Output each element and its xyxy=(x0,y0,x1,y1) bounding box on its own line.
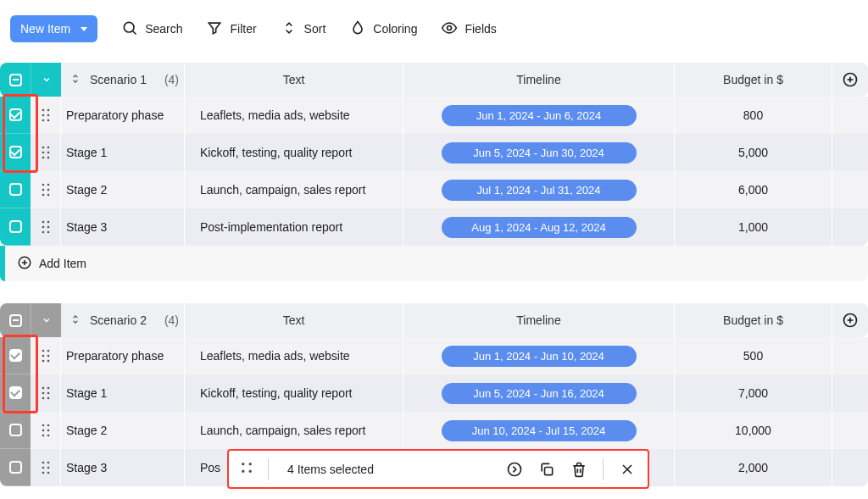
row-name-cell[interactable]: Stage 2 xyxy=(61,171,185,208)
filter-icon xyxy=(206,19,223,39)
svg-point-50 xyxy=(42,430,44,432)
sort-icon xyxy=(281,19,298,39)
group-collapse-toggle[interactable] xyxy=(31,303,61,337)
sort-label: Sort xyxy=(304,22,326,36)
group-header: Scenario 2 (4) Text Timeline Budget in $ xyxy=(0,303,868,337)
row-drag-handle[interactable] xyxy=(31,208,61,246)
row-budget-cell[interactable]: 7,000 xyxy=(675,374,832,412)
group-select-all[interactable] xyxy=(0,303,31,337)
row-checkbox[interactable] xyxy=(0,449,31,486)
row-drag-handle[interactable] xyxy=(31,97,61,134)
row-checkbox[interactable] xyxy=(0,374,31,412)
row-budget-cell[interactable]: 1,000 xyxy=(675,208,832,246)
row-name-cell[interactable]: Preparatory phase xyxy=(61,337,185,374)
selection-toolbar[interactable]: 4 Items selected xyxy=(227,449,649,489)
svg-point-56 xyxy=(42,467,44,469)
add-column-button[interactable] xyxy=(832,303,868,337)
row-name-cell[interactable]: Stage 1 xyxy=(61,374,185,412)
row-name-cell[interactable]: Stage 2 xyxy=(61,412,185,449)
row-text-cell[interactable]: Post-implementation report xyxy=(185,208,403,246)
fields-icon xyxy=(441,19,458,39)
row-checkbox[interactable] xyxy=(0,97,31,134)
svg-point-23 xyxy=(47,194,49,197)
checkbox-icon xyxy=(9,424,22,436)
row-text-cell[interactable]: Leaflets, media ads, website xyxy=(185,97,403,134)
row-timeline-cell[interactable]: Jun 5, 2024 - Jun 16, 2024 xyxy=(403,374,675,412)
row-text-cell[interactable]: Launch, campaign, sales report xyxy=(185,171,403,208)
row-name-cell[interactable]: Stage 3 xyxy=(61,449,185,486)
sort-button[interactable]: Sort xyxy=(281,19,326,39)
row-checkbox[interactable] xyxy=(0,208,31,246)
row-budget-cell[interactable]: 2,000 xyxy=(675,449,832,486)
row-timeline-cell[interactable]: Jun 5, 2024 - Jun 30, 2024 xyxy=(403,134,675,171)
row-checkbox[interactable] xyxy=(0,412,31,449)
new-item-button[interactable]: New Item xyxy=(10,15,97,42)
column-header-text[interactable]: Text xyxy=(185,303,403,337)
timeline-pill: Jun 10, 2024 - Jul 15, 2024 xyxy=(442,420,637,441)
group-title-cell[interactable]: Scenario 2 (4) xyxy=(61,303,185,337)
row-budget-cell[interactable]: 500 xyxy=(675,337,832,374)
fields-button[interactable]: Fields xyxy=(441,19,496,39)
row-timeline-cell[interactable]: Jun 10, 2024 - Jul 15, 2024 xyxy=(403,412,675,449)
row-text-cell[interactable]: Leaflets, media ads, website xyxy=(185,337,403,374)
row-name-cell[interactable]: Stage 3 xyxy=(61,208,185,246)
row-checkbox[interactable] xyxy=(0,171,31,208)
svg-point-25 xyxy=(47,221,49,224)
row-drag-handle[interactable] xyxy=(31,337,61,374)
search-button[interactable]: Search xyxy=(121,19,182,39)
column-header-timeline[interactable]: Timeline xyxy=(403,303,675,337)
row-text-cell[interactable]: Launch, campaign, sales report xyxy=(185,412,403,449)
row-budget-cell[interactable]: 6,000 xyxy=(675,171,832,208)
row-end-cell xyxy=(832,449,868,486)
timeline-pill: Jun 1, 2024 - Jun 6, 2024 xyxy=(442,105,637,126)
filter-button[interactable]: Filter xyxy=(206,19,256,39)
timeline-pill: Jun 1, 2024 - Jun 10, 2024 xyxy=(442,346,637,367)
row-end-cell xyxy=(832,171,868,208)
row-end-cell xyxy=(832,97,868,134)
drag-handle-icon[interactable] xyxy=(241,462,253,476)
checkbox-icon xyxy=(9,183,22,196)
row-budget-cell[interactable]: 10,000 xyxy=(675,412,832,449)
column-header-budget[interactable]: Budget in $ xyxy=(675,303,832,337)
move-to-button[interactable] xyxy=(506,461,523,478)
indeterminate-icon xyxy=(9,74,22,86)
row-drag-handle[interactable] xyxy=(31,449,61,486)
svg-point-18 xyxy=(42,184,44,186)
svg-point-64 xyxy=(509,463,521,475)
row-timeline-cell[interactable]: Aug 1, 2024 - Aug 12, 2024 xyxy=(403,208,675,246)
table-row: Stage 3 Pos 2,000 4 Items selected xyxy=(0,449,868,486)
timeline-pill: Aug 1, 2024 - Aug 12, 2024 xyxy=(442,217,637,238)
row-budget-cell[interactable]: 800 xyxy=(675,97,832,134)
row-name-cell[interactable]: Stage 1 xyxy=(61,134,185,171)
svg-point-48 xyxy=(42,424,44,427)
row-timeline-cell[interactable]: Jun 1, 2024 - Jun 10, 2024 xyxy=(403,337,675,374)
group-select-all[interactable] xyxy=(0,63,31,97)
svg-point-58 xyxy=(42,472,44,474)
row-drag-handle[interactable] xyxy=(31,171,61,208)
group-collapse-toggle[interactable] xyxy=(31,63,61,97)
row-text-cell[interactable]: Kickoff, testing, quality report xyxy=(185,374,403,412)
row-text-cell[interactable]: Kickoff, testing, quality report xyxy=(185,134,403,171)
add-item-row[interactable]: Add Item xyxy=(0,246,868,281)
row-timeline-cell[interactable]: Jun 1, 2024 - Jun 6, 2024 xyxy=(403,97,675,134)
add-column-button[interactable] xyxy=(832,63,868,97)
row-budget-cell[interactable]: 5,000 xyxy=(675,134,832,171)
row-drag-handle[interactable] xyxy=(31,412,61,449)
row-timeline-cell[interactable]: Jul 1, 2024 - Jul 31, 2024 xyxy=(403,171,675,208)
main-toolbar: New Item Search Filter Sort Coloring Fie… xyxy=(0,0,868,63)
duplicate-button[interactable] xyxy=(538,461,555,478)
column-header-text[interactable]: Text xyxy=(185,63,403,97)
coloring-button[interactable]: Coloring xyxy=(349,19,417,39)
row-checkbox[interactable] xyxy=(0,134,31,171)
row-checkbox[interactable] xyxy=(0,337,31,374)
timeline-pill: Jun 5, 2024 - Jun 16, 2024 xyxy=(442,383,637,404)
group-title-cell[interactable]: Scenario 1 (4) xyxy=(61,63,185,97)
column-header-budget[interactable]: Budget in $ xyxy=(675,63,832,97)
row-drag-handle[interactable] xyxy=(31,134,61,171)
row-name-cell[interactable]: Preparatory phase xyxy=(61,97,185,134)
coloring-label: Coloring xyxy=(373,22,417,36)
delete-button[interactable] xyxy=(570,461,587,478)
row-drag-handle[interactable] xyxy=(31,374,61,412)
close-selection-button[interactable] xyxy=(619,461,636,478)
column-header-timeline[interactable]: Timeline xyxy=(403,63,675,97)
